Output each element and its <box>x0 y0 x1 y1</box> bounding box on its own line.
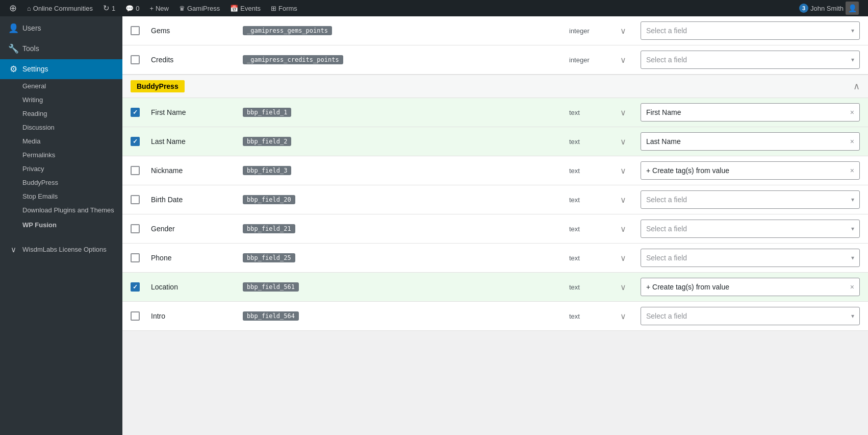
field-arrow-gems[interactable]: ∨ <box>620 26 641 36</box>
field-row-first-name: First Namebbp_field_1text∨First Name× <box>122 98 868 127</box>
field-row-gender: Genderbbp_field_21text∨Select a field▾ <box>122 214 868 244</box>
select-field-nickname[interactable]: + Create tag(s) from value× <box>641 161 860 180</box>
field-arrow-birth-date[interactable]: ∨ <box>620 195 641 205</box>
field-arrow-phone[interactable]: ∨ <box>620 253 641 263</box>
sidebar-item-buddypress[interactable]: BuddyPress <box>0 176 122 189</box>
sidebar-item-tools[interactable]: 🔧 Tools <box>0 39 122 59</box>
field-type-birth-date: text <box>569 196 620 204</box>
select-field-intro[interactable]: Select a field▾ <box>641 307 860 325</box>
site-name-label: Online Communities <box>33 5 93 12</box>
sidebar-item-wisdmlabs[interactable]: ∨ WisdmLabs License Options <box>0 242 122 257</box>
field-name-nickname: Nickname <box>151 166 243 175</box>
field-name-location: Location <box>151 283 243 291</box>
field-arrow-credits[interactable]: ∨ <box>620 55 641 65</box>
select-field-birth-date[interactable]: Select a field▾ <box>641 190 860 209</box>
checkbox-last-name[interactable] <box>131 137 140 146</box>
select-clear-last-name[interactable]: × <box>850 137 854 146</box>
sidebar-users-label: Users <box>22 23 41 34</box>
top-rows: Gems_gamipress_gems_pointsinteger∨Select… <box>122 16 868 75</box>
field-tag-first-name: bbp_field_1 <box>243 108 291 117</box>
notification-badge: 3 <box>799 4 808 13</box>
forms-label: Forms <box>278 5 297 12</box>
field-arrow-first-name[interactable]: ∨ <box>620 108 641 117</box>
section-collapse-button[interactable]: ∧ <box>853 81 860 92</box>
select-dropdown-arrow-credits: ▾ <box>851 56 854 63</box>
sidebar-permalinks-label: Permalinks <box>22 151 55 159</box>
field-row-location: Locationbbp_field_561text∨+ Create tag(s… <box>122 273 868 302</box>
field-name-credits: Credits <box>151 56 243 64</box>
checkbox-phone[interactable] <box>131 253 140 262</box>
sidebar-stop-emails-label: Stop Emails <box>22 192 58 200</box>
field-tag-location: bbp_field_561 <box>243 282 299 292</box>
field-type-location: text <box>569 283 620 291</box>
select-clear-nickname[interactable]: × <box>850 166 854 175</box>
updates-button[interactable]: ↻ 1 <box>98 0 120 16</box>
sidebar-item-writing[interactable]: Writing <box>0 93 122 107</box>
comments-button[interactable]: 💬 0 <box>120 0 144 16</box>
select-clear-location[interactable]: × <box>850 283 854 291</box>
field-type-credits: integer <box>569 56 620 64</box>
sidebar-reading-label: Reading <box>22 110 47 117</box>
events-button[interactable]: 📅 Events <box>225 0 266 16</box>
sidebar-settings-label: Settings <box>22 64 48 75</box>
select-field-location[interactable]: + Create tag(s) from value× <box>641 278 860 296</box>
sidebar-item-users[interactable]: 👤 Users <box>0 18 122 39</box>
sidebar-item-download-plugins[interactable]: Download Plugins and Themes <box>0 203 122 218</box>
sidebar-item-reading[interactable]: Reading <box>0 107 122 120</box>
sidebar-writing-label: Writing <box>22 96 43 104</box>
sidebar-general-label: General <box>22 82 46 90</box>
sidebar-item-media[interactable]: Media <box>0 134 122 148</box>
select-field-phone[interactable]: Select a field▾ <box>641 249 860 267</box>
field-arrow-location[interactable]: ∨ <box>620 282 641 292</box>
checkbox-gender[interactable] <box>131 224 140 233</box>
checkbox-intro[interactable] <box>131 311 140 321</box>
sidebar-wisdmlabs-label: WisdmLabs License Options <box>22 246 107 254</box>
wp-logo-button[interactable]: ⊕ <box>4 0 22 16</box>
admin-bar-right: 3 John Smith 👤 <box>794 2 864 15</box>
field-arrow-nickname[interactable]: ∨ <box>620 166 641 176</box>
sidebar-item-discussion[interactable]: Discussion <box>0 120 122 134</box>
new-button[interactable]: + New <box>144 0 174 16</box>
select-dropdown-arrow-intro: ▾ <box>851 312 854 320</box>
checkbox-credits[interactable] <box>131 55 140 64</box>
field-type-gender: text <box>569 225 620 233</box>
sidebar-media-label: Media <box>22 137 40 145</box>
checkbox-nickname[interactable] <box>131 166 140 175</box>
collapse-icon: ∨ <box>8 245 18 254</box>
select-dropdown-arrow-birth-date: ▾ <box>851 196 854 203</box>
select-clear-first-name[interactable]: × <box>850 108 854 116</box>
field-tag-last-name: bbp_field_2 <box>243 137 291 146</box>
checkbox-first-name[interactable] <box>131 108 140 117</box>
select-field-credits[interactable]: Select a field▾ <box>641 51 860 69</box>
field-arrow-intro[interactable]: ∨ <box>620 311 641 321</box>
sidebar-item-stop-emails[interactable]: Stop Emails <box>0 189 122 203</box>
user-profile-button[interactable]: 3 John Smith 👤 <box>794 2 864 15</box>
select-field-gender[interactable]: Select a field▾ <box>641 220 860 238</box>
checkbox-location[interactable] <box>131 282 140 292</box>
field-row-phone: Phonebbp_field_25text∨Select a field▾ <box>122 244 868 273</box>
field-row-last-name: Last Namebbp_field_2text∨Last Name× <box>122 127 868 156</box>
field-arrow-last-name[interactable]: ∨ <box>620 137 641 147</box>
new-icon: + <box>149 5 154 12</box>
field-type-first-name: text <box>569 109 620 116</box>
select-field-first-name[interactable]: First Name× <box>641 103 860 122</box>
sidebar-item-permalinks[interactable]: Permalinks <box>0 148 122 162</box>
checkbox-gems[interactable] <box>131 26 140 35</box>
updates-icon: ↻ <box>103 4 110 13</box>
select-field-gems[interactable]: Select a field▾ <box>641 21 860 40</box>
select-field-last-name[interactable]: Last Name× <box>641 132 860 151</box>
sidebar-item-privacy[interactable]: Privacy <box>0 162 122 176</box>
content-area: Gems_gamipress_gems_pointsinteger∨Select… <box>122 16 868 435</box>
gamipress-label: GamiPress <box>187 5 220 12</box>
home-icon: ⌂ <box>27 5 31 12</box>
site-name-button[interactable]: ⌂ Online Communities <box>22 0 98 16</box>
gamipress-button[interactable]: ♛ GamiPress <box>174 0 225 16</box>
comments-count: 0 <box>136 5 139 12</box>
field-arrow-gender[interactable]: ∨ <box>620 224 641 234</box>
select-dropdown-arrow-gems: ▾ <box>851 27 854 34</box>
forms-button[interactable]: ⊞ Forms <box>266 0 302 16</box>
sidebar-item-general[interactable]: General <box>0 79 122 93</box>
sidebar-item-wp-fusion[interactable]: WP Fusion <box>0 218 122 232</box>
sidebar-item-settings[interactable]: ⚙ Settings <box>0 59 122 80</box>
checkbox-birth-date[interactable] <box>131 195 140 204</box>
